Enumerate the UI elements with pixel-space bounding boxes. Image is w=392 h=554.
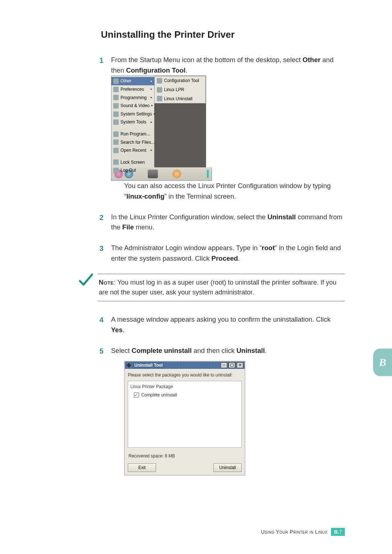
note-label: Note	[99, 279, 114, 286]
preferences-icon	[113, 87, 119, 92]
menu-item-lock-screen[interactable]: Lock Screen	[111, 158, 154, 167]
recent-icon	[113, 148, 119, 153]
step-5: 5 Select Complete uninstall and then cli…	[98, 346, 345, 476]
menu-item-search-files[interactable]: Search for Files...	[111, 138, 154, 147]
menu-item-system-tools[interactable]: System Tools▸	[111, 118, 154, 126]
instruction-text: Please select the packages you would lik…	[128, 372, 242, 379]
step-number: 2	[99, 212, 103, 223]
chevron-right-icon: ▸	[151, 79, 152, 84]
menu-item-programming[interactable]: Programming▸	[111, 94, 154, 102]
step-text: The Administrator Login window appears. …	[111, 244, 341, 262]
package-list: Linux Printer Package Complete uninstall	[128, 381, 242, 448]
menu-item-log-out[interactable]: Log Out	[111, 166, 154, 175]
sound-icon	[113, 103, 119, 109]
checkbox-complete-uninstall[interactable]: Complete uninstall	[134, 392, 239, 399]
programming-icon	[113, 95, 119, 100]
step-2: 2 In the Linux Printer Configuration win…	[98, 212, 345, 233]
maximize-button[interactable]: ▢	[229, 362, 235, 368]
disc-icon[interactable]	[172, 170, 181, 178]
search-icon	[113, 139, 119, 145]
tray-indicator	[207, 170, 209, 178]
page-footer: Using Your Printer in Linux B.7	[261, 528, 345, 536]
menu-item-run-program[interactable]: Run Program...	[111, 130, 154, 138]
step-text: In the Linux Printer Configuration windo…	[111, 213, 343, 231]
step-text: A message window appears asking you to c…	[111, 315, 331, 334]
step-3: 3 The Administrator Login window appears…	[98, 243, 345, 264]
step-number: 1	[99, 55, 103, 66]
window-titlebar[interactable]: Uninstall Tool – ▢ ✕	[125, 362, 245, 369]
checkbox-icon[interactable]	[134, 392, 139, 398]
step-1: 1 From the Startup Menu icon at the bott…	[98, 55, 345, 202]
tools-icon	[113, 119, 119, 125]
menu-item-open-recent[interactable]: Open Recent▸	[111, 146, 154, 155]
step-4: 4 A message window appears asking you to…	[98, 314, 345, 335]
window-menu-icon[interactable]	[127, 363, 131, 367]
recovered-space: Recovered space: 8 MB	[128, 453, 242, 460]
footer-section-title: Using Your Printer in Linux	[261, 529, 327, 535]
checkbox-label: Complete uninstall	[141, 392, 177, 399]
step-text: From the Startup Menu icon at the bottom…	[111, 56, 334, 74]
uninstall-icon	[157, 96, 162, 101]
lock-icon	[113, 159, 119, 165]
note-block: Note: You must log in as a super user (r…	[87, 274, 345, 301]
run-icon	[113, 131, 119, 137]
menu-item-other[interactable]: Other▸	[111, 77, 154, 85]
package-group-label: Linux Printer Package	[130, 383, 239, 390]
printer-icon	[157, 87, 162, 93]
config-icon	[157, 78, 162, 83]
window-title: Uninstall Tool	[133, 362, 164, 369]
submenu-item-linux-lpr[interactable]: Linux LPR	[155, 85, 205, 94]
step-number: 3	[99, 243, 103, 254]
note-checkmark-icon	[78, 273, 93, 288]
screenshot-uninstall-tool: Uninstall Tool – ▢ ✕ Please select the p…	[124, 361, 245, 475]
note-text: : You must log in as a super user (root)…	[99, 279, 336, 296]
close-button[interactable]: ✕	[237, 362, 243, 368]
submenu-item-linux-uninstall[interactable]: Linux Uninstall	[155, 94, 205, 103]
menu-item-system-settings[interactable]: System Settings▸	[111, 110, 154, 118]
submenu-item-config-tool[interactable]: Configuration Tool	[155, 76, 205, 85]
menu-item-preferences[interactable]: Preferences▸	[111, 85, 154, 94]
submenu-other: Configuration Tool Linux LPR Linux Unins…	[154, 76, 206, 103]
screenshot-start-menu: Other▸ Preferences▸ Programming▸ Sound &…	[111, 76, 206, 168]
logout-icon	[113, 168, 119, 173]
step-1-followup: You can also access the Linux Printer Co…	[124, 181, 345, 201]
step-number: 4	[99, 314, 103, 326]
folder-icon	[113, 78, 119, 84]
step-number: 5	[99, 346, 103, 357]
minimize-button[interactable]: –	[221, 362, 227, 368]
settings-icon	[113, 111, 119, 117]
page-title: Uninstalling the Printer Driver	[101, 29, 345, 40]
step-text: Select Complete uninstall and then click…	[111, 347, 267, 354]
uninstall-button[interactable]: Uninstall	[213, 463, 242, 472]
page-number-badge: B.7	[331, 528, 345, 536]
menu-item-sound-video[interactable]: Sound & Video▸	[111, 102, 154, 110]
section-tab-b: B	[373, 349, 392, 376]
exit-button[interactable]: Exit	[128, 463, 156, 472]
